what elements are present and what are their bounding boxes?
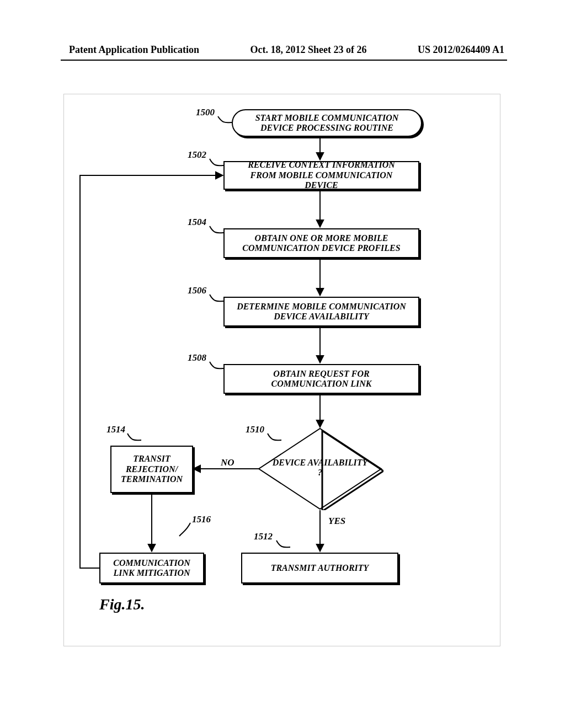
ref-1502: 1502 [188,149,206,160]
process-1516-label: COMMUNICATION LINK MITIGATION [110,558,193,579]
header-left: Patent Application Publication [69,44,199,56]
header-rule [61,60,507,61]
process-1514: TRANSIT REJECTION/ TERMINATION [110,446,193,493]
ref-1508: 1508 [188,352,206,363]
ref-1516: 1516 [192,514,211,525]
process-1504: OBTAIN ONE OR MORE MOBILE COMMUNICATION … [223,228,419,258]
process-1504-label: OBTAIN ONE OR MORE MOBILE COMMUNICATION … [234,233,408,254]
page-header: Patent Application Publication Oct. 18, … [0,44,565,56]
process-1506: DETERMINE MOBILE COMMUNICATION DEVICE AV… [223,297,419,326]
branch-no: NO [221,457,234,468]
process-1508-label: OBTAIN REQUEST FOR COMMUNICATION LINK [234,369,408,389]
decision-1510: DEVICE AVAILABILITY ? [270,446,370,490]
start-terminator: START MOBILE COMMUNICATION DEVICE PROCES… [232,109,422,137]
ref-1510: 1510 [246,424,264,435]
ref-1504: 1504 [188,217,206,228]
ref-1512: 1512 [254,531,273,542]
ref-1500: 1500 [196,107,215,118]
process-1516: COMMUNICATION LINK MITIGATION [99,553,204,584]
branch-yes: YES [328,516,345,527]
process-1514-label: TRANSIT REJECTION/ TERMINATION [121,454,183,484]
process-1508: OBTAIN REQUEST FOR COMMUNICATION LINK [223,364,419,394]
ref-1506: 1506 [188,285,206,296]
page: Patent Application Publication Oct. 18, … [0,0,565,728]
header-right: US 2012/0264409 A1 [418,44,504,56]
ref-1514: 1514 [106,424,125,435]
process-1502: RECEIVE CONTEXT INFORMATION FROM MOBILE … [223,161,419,190]
process-1502-label: RECEIVE CONTEXT INFORMATION FROM MOBILE … [234,160,408,190]
process-1512-label: TRANSMIT AUTHORITY [271,563,369,573]
decision-1510-label: DEVICE AVAILABILITY ? [270,458,370,478]
page-header-row: Patent Application Publication Oct. 18, … [0,44,565,56]
start-terminator-label: START MOBILE COMMUNICATION DEVICE PROCES… [244,113,410,133]
figure-caption: Fig.15. [99,596,145,613]
process-1506-label: DETERMINE MOBILE COMMUNICATION DEVICE AV… [234,302,408,322]
header-center: Oct. 18, 2012 Sheet 23 of 26 [250,44,367,56]
process-1512: TRANSMIT AUTHORITY [241,553,398,584]
